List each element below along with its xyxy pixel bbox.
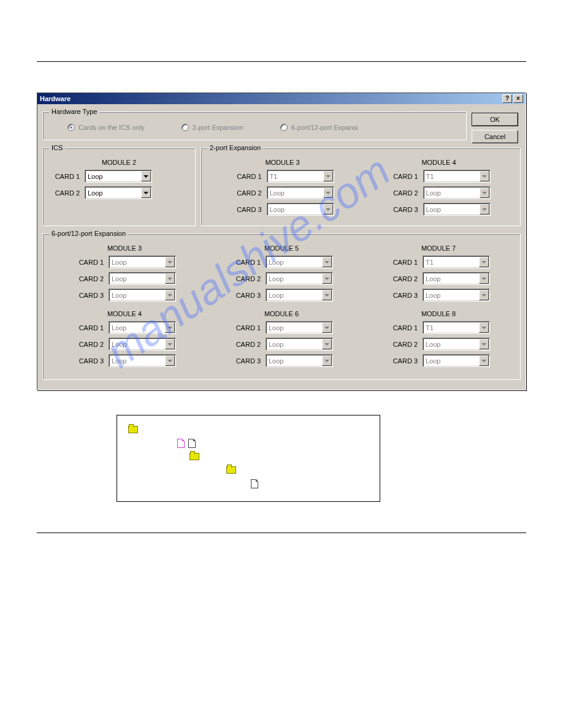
card-select-value: Loop <box>112 324 126 332</box>
card-row: CARD 2Loop <box>230 272 333 285</box>
chevron-down-icon <box>479 273 489 284</box>
card-label: CARD 1 <box>230 324 261 332</box>
card-row: CARD 3Loop <box>387 354 490 367</box>
hardware-dialog: Hardware ? × manualshive.com Hardware Ty… <box>37 93 526 390</box>
card-row: CARD 3Loop <box>230 354 333 367</box>
hardware-type-radio[interactable]: 6-port/12-port Expansi <box>280 124 358 131</box>
chevron-down-icon <box>165 339 175 349</box>
card-label: CARD 1 <box>231 173 262 180</box>
card-select-value: Loop <box>270 189 285 197</box>
chevron-down-icon <box>322 257 332 267</box>
card-label: CARD 1 <box>49 173 80 180</box>
card-select: Loop <box>423 289 490 301</box>
card-select: Loop <box>423 272 490 285</box>
card-select: Loop <box>109 354 176 367</box>
document-icon <box>251 479 258 488</box>
chevron-down-icon <box>322 273 332 284</box>
card-row: CARD 3Loop <box>231 203 334 216</box>
chevron-down-icon <box>480 171 489 181</box>
module-column: MODULE 3CARD 1T1CARD 2LoopCARD 3Loop <box>231 156 334 219</box>
card-row: CARD 1T1 <box>231 170 334 183</box>
hardware-type-radio[interactable]: 2-port Expansion <box>182 124 243 131</box>
card-row: CARD 3Loop <box>230 289 333 301</box>
card-label: CARD 1 <box>73 324 104 332</box>
card-select-value: Loop <box>112 275 126 282</box>
card-select: Loop <box>109 321 176 334</box>
header-rule <box>37 61 526 62</box>
folder-icon <box>128 426 138 433</box>
card-select-value: Loop <box>112 259 126 266</box>
module-header: MODULE 3 <box>73 242 176 256</box>
card-row: CARD 2Loop <box>387 338 490 351</box>
card-label: CARD 2 <box>387 341 418 348</box>
close-icon[interactable]: × <box>513 94 523 103</box>
tree-figure <box>117 415 380 502</box>
chevron-down-icon <box>479 257 489 267</box>
module-header: MODULE 4 <box>73 308 176 321</box>
card-select[interactable]: Loop <box>85 170 152 183</box>
chevron-down-icon <box>165 355 175 366</box>
chevron-down-icon <box>165 290 175 300</box>
card-row: CARD 1Loop <box>230 256 333 268</box>
card-row: CARD 2Loop <box>387 272 490 285</box>
chevron-down-icon <box>165 273 175 284</box>
card-label: CARD 1 <box>387 324 418 332</box>
radio-icon <box>182 124 189 131</box>
document-icon <box>188 439 196 448</box>
card-label: CARD 2 <box>387 275 418 282</box>
chevron-down-icon <box>165 257 175 267</box>
card-select-value: Loop <box>426 189 441 197</box>
card-label: CARD 2 <box>231 189 262 197</box>
card-row: CARD 3Loop <box>388 203 491 216</box>
titlebar: Hardware ? × <box>37 93 526 104</box>
chevron-down-icon <box>480 204 489 214</box>
card-select: Loop <box>109 272 176 285</box>
radio-label: 6-port/12-port Expansi <box>291 124 358 131</box>
card-label: CARD 3 <box>73 357 104 365</box>
chevron-down-icon <box>323 204 333 214</box>
card-label: CARD 1 <box>230 259 261 266</box>
chevron-down-icon <box>479 339 489 349</box>
six-port-group: 6-port/12-port Expansion MODULE 3CARD 1L… <box>42 230 521 380</box>
card-select-value: Loop <box>426 292 440 299</box>
cancel-button[interactable]: Cancel <box>472 130 518 143</box>
footer-rule <box>37 533 526 533</box>
card-label: CARD 3 <box>387 292 418 299</box>
card-select: Loop <box>266 338 333 351</box>
card-select: Loop <box>109 256 176 268</box>
card-select[interactable]: Loop <box>85 186 152 199</box>
card-select: Loop <box>266 321 333 334</box>
card-label: CARD 3 <box>388 206 418 213</box>
chevron-down-icon <box>322 339 332 349</box>
chevron-down-icon <box>322 355 332 366</box>
card-row: CARD 3Loop <box>73 289 176 301</box>
card-row: CARD 1T1 <box>387 321 490 334</box>
card-select: Loop <box>109 338 176 351</box>
ics-group: ICS MODULE 2 CARD 1LoopCARD 2Loop <box>42 144 196 226</box>
card-label: CARD 2 <box>49 189 80 197</box>
card-select-value: Loop <box>269 324 283 332</box>
chevron-down-icon <box>479 290 489 300</box>
card-label: CARD 2 <box>73 275 104 282</box>
card-select-value: Loop <box>269 357 283 365</box>
card-label: CARD 3 <box>387 357 418 365</box>
card-select: Loop <box>266 272 333 285</box>
radio-label: 2-port Expansion <box>193 124 243 131</box>
card-select: Loop <box>267 186 334 199</box>
card-select-value: Loop <box>112 357 126 365</box>
ok-button[interactable]: OK <box>472 113 518 126</box>
card-select-value: Loop <box>426 275 440 282</box>
card-row: CARD 2Loop <box>73 272 176 285</box>
module-column: MODULE 3CARD 1LoopCARD 2LoopCARD 3LoopMO… <box>73 242 176 373</box>
module-header: MODULE 5 <box>230 242 333 256</box>
card-select: Loop <box>423 354 490 367</box>
card-select-value: Loop <box>269 259 283 266</box>
help-icon[interactable]: ? <box>502 94 512 103</box>
module-header: MODULE 3 <box>231 156 334 170</box>
card-label: CARD 3 <box>73 292 104 299</box>
card-row: CARD 1Loop <box>49 170 189 183</box>
hardware-type-radio[interactable]: Cards on the ICS only <box>67 124 145 131</box>
ics-module-header: MODULE 2 <box>49 156 189 170</box>
card-select: T1 <box>423 321 490 334</box>
module-header: MODULE 7 <box>387 242 490 256</box>
